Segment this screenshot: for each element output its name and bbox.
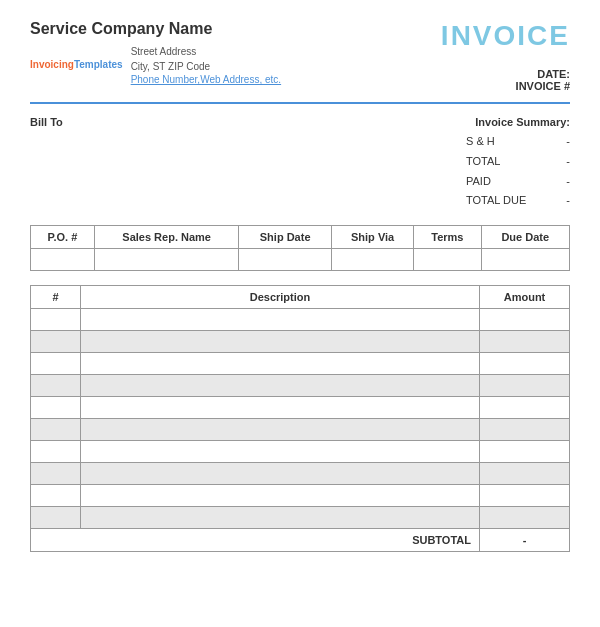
col-header-desc: Description [81,286,480,309]
table-row [31,485,570,507]
logo-icon: InvoicingTemplates [30,59,123,70]
table-row [31,463,570,485]
logo-templates: Templates [74,59,123,70]
table-row [31,309,570,331]
po-data-row [31,249,570,271]
table-row [31,441,570,463]
item-num-cell [31,353,81,375]
date-section: DATE: INVOICE # [516,68,570,92]
summary-row-value: - [566,172,570,192]
invoice-summary: Invoice Summary: S & H-TOTAL-PAID-TOTAL … [466,116,570,211]
item-desc-cell [81,375,480,397]
item-num-cell [31,441,81,463]
right-header: INVOICE DATE: INVOICE # [441,20,570,92]
item-num-cell [31,507,81,529]
item-desc-cell [81,463,480,485]
address-block: Street Address City, ST ZIP Code Phone N… [131,44,281,85]
summary-row-value: - [566,132,570,152]
item-num-cell [31,331,81,353]
po-col-header: Due Date [481,226,569,249]
logo-row: InvoicingTemplates Street Address City, … [30,44,281,85]
summary-row-item: PAID- [466,172,570,192]
subtotal-row: SUBTOTAL - [31,529,570,552]
table-row [31,419,570,441]
company-info: Service Company Name InvoicingTemplates … [30,20,281,85]
po-cell [331,249,413,271]
item-num-cell [31,463,81,485]
item-desc-cell [81,441,480,463]
date-label: DATE: [537,68,570,80]
col-header-num: # [31,286,81,309]
item-amt-cell [480,375,570,397]
items-header-row: # Description Amount [31,286,570,309]
items-body [31,309,570,529]
item-amt-cell [480,463,570,485]
table-row [31,507,570,529]
items-table: # Description Amount [30,285,570,552]
table-row [31,375,570,397]
item-desc-cell [81,485,480,507]
po-col-header: Sales Rep. Name [94,226,238,249]
item-amt-cell [480,507,570,529]
summary-row-item: S & H- [466,132,570,152]
po-col-header: Terms [414,226,481,249]
item-num-cell [31,375,81,397]
item-num-cell [31,485,81,507]
po-header-row: P.O. #Sales Rep. NameShip DateShip ViaTe… [31,226,570,249]
po-col-header: P.O. # [31,226,95,249]
phone-web: Phone Number,Web Address, etc. [131,74,281,85]
header-section: Service Company Name InvoicingTemplates … [30,20,570,92]
item-num-cell [31,397,81,419]
invoice-num-label: INVOICE # [516,80,570,92]
po-cell [481,249,569,271]
item-num-cell [31,309,81,331]
summary-title: Invoice Summary: [466,116,570,128]
item-amt-cell [480,397,570,419]
po-col-header: Ship Date [239,226,332,249]
po-cell [94,249,238,271]
po-cell [414,249,481,271]
po-cell [31,249,95,271]
subtotal-value: - [480,529,570,552]
item-desc-cell [81,397,480,419]
item-desc-cell [81,353,480,375]
bill-summary-section: Bill To Invoice Summary: S & H-TOTAL-PAI… [30,116,570,211]
summary-row-value: - [566,191,570,211]
summary-row-item: TOTAL- [466,152,570,172]
item-amt-cell [480,353,570,375]
street-address: Street Address [131,44,281,59]
item-desc-cell [81,331,480,353]
po-col-header: Ship Via [331,226,413,249]
item-num-cell [31,419,81,441]
item-amt-cell [480,441,570,463]
po-cell [239,249,332,271]
logo-invoicing: Invoicing [30,59,74,70]
company-name: Service Company Name [30,20,281,38]
table-row [31,397,570,419]
item-amt-cell [480,309,570,331]
summary-row-label: TOTAL [466,152,500,172]
summary-row-item: TOTAL DUE- [466,191,570,211]
item-amt-cell [480,331,570,353]
item-desc-cell [81,309,480,331]
item-desc-cell [81,507,480,529]
summary-row-value: - [566,152,570,172]
header-divider [30,102,570,104]
table-row [31,331,570,353]
col-header-amt: Amount [480,286,570,309]
item-amt-cell [480,485,570,507]
summary-rows: S & H-TOTAL-PAID-TOTAL DUE- [466,132,570,211]
summary-row-label: S & H [466,132,495,152]
subtotal-label: SUBTOTAL [31,529,480,552]
bill-to-label: Bill To [30,116,63,211]
item-amt-cell [480,419,570,441]
item-desc-cell [81,419,480,441]
table-row [31,353,570,375]
invoice-title: INVOICE [441,20,570,52]
summary-row-label: PAID [466,172,491,192]
summary-row-label: TOTAL DUE [466,191,526,211]
city-state-zip: City, ST ZIP Code [131,59,281,74]
po-table: P.O. #Sales Rep. NameShip DateShip ViaTe… [30,225,570,271]
